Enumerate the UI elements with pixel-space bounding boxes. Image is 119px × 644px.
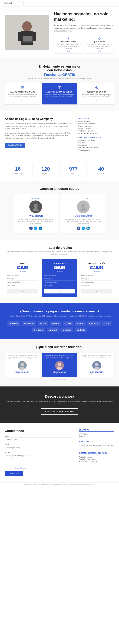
stat-casos: 977 CASOS <box>60 163 87 178</box>
list-item: Gran apoyo <box>7 284 38 287</box>
plan-learn[interactable]: Fuera aquí <box>7 270 38 272</box>
contact-section: Contáctenos Nombre Email Mensaje I agree… <box>0 423 119 482</box>
celia-avatar <box>55 361 64 370</box>
pricing-card-desarrollo: DESARROLLO $59,99 Fuera aquí Reformas es… <box>42 259 77 297</box>
list-item: Planificación conceptual <box>76 123 114 125</box>
list-item: Reformas estándar <box>7 274 38 277</box>
email-field-group: Email <box>5 444 73 450</box>
storage-icon: ▤ <box>7 85 38 90</box>
what-card-text: Quis aute iure dolor in reprehenderit in… <box>87 43 113 49</box>
hero-card-about: ★ SOBRE NOSOTROS Quis aute iure dolor in… <box>54 35 83 54</box>
contact-info-area: LLAMÁNOS (720) 387-811 (720) 387-811 UBI… <box>79 429 114 476</box>
paul-facebook[interactable]: f <box>29 226 33 230</box>
bob-name: BOB ROBERTS <box>81 371 112 373</box>
contact-form-area: Contáctenos Nombre Email Mensaje I agree… <box>5 429 73 476</box>
logo-sony: SONY <box>63 321 74 326</box>
feature-card-bandwidth: ◫ ANCHO DE BANDA NO MEDIDO ipsum dolor s… <box>42 83 77 104</box>
celia-name: CELIA ALMEDA <box>44 371 75 373</box>
logo-tesla: TESLA <box>50 321 61 326</box>
logo-unimed: unimed <box>47 328 59 332</box>
terms-checkbox[interactable] <box>5 467 7 469</box>
plan-button[interactable]: → <box>7 289 38 294</box>
team-section: Conozca a nuestro equipo Con texto PAUL … <box>0 180 119 240</box>
mike-text: Con texto. Haga clic para seleccionar el… <box>64 218 102 225</box>
plan-learn[interactable]: Fuera aquí <box>44 270 75 272</box>
logo-android: android <box>75 328 87 332</box>
name-input[interactable] <box>5 438 73 442</box>
plan-name: DESARROLLO <box>44 262 75 264</box>
list-item: Casas adosadas <box>76 149 114 151</box>
what-icon: ◎ <box>87 36 113 40</box>
features-cards: ▤ ALMACENAMIENTO ILIMITADO ipsum dolor s… <box>5 83 114 104</box>
download-description: Utilices las herramientas del editor par… <box>5 400 114 405</box>
paul-linkedin[interactable]: in <box>39 226 42 230</box>
about-mas[interactable]: MAS <box>56 50 82 52</box>
llamanos-phone1: (720) 387-811 <box>79 433 114 436</box>
domain-chevron[interactable]: ∨ <box>81 99 112 102</box>
terms-row: I agree the Terms of Service <box>5 467 73 469</box>
bandwidth-text: ipsum dolor sitamet consectetur adipisci… <box>44 94 75 98</box>
name-field-group: Nombre <box>5 435 73 442</box>
what-mas[interactable]: MAS <box>87 50 113 52</box>
logo-evga: EVGA <box>38 321 48 326</box>
contact-button[interactable]: CONTACTENOS <box>5 142 25 148</box>
what-card-title: QUE HACEMOS <box>87 41 113 42</box>
terms-link[interactable]: Terms of Service <box>15 467 25 469</box>
svg-rect-3 <box>18 32 23 41</box>
team-card-mike: Con texto MIKE RICHMOND Con texto. Haga … <box>61 194 106 233</box>
features-sample: Sample text. Click to select the text bo… <box>5 78 114 80</box>
svg-point-9 <box>33 208 39 211</box>
stats-section: 16 CLASIFICACIÓN 120 CLIENTELA 977 CASOS… <box>0 160 119 180</box>
search-icon: 🔍 <box>4 2 6 4</box>
svg-point-19 <box>95 362 99 366</box>
mike-twitter[interactable]: t <box>82 226 85 230</box>
storage-chevron[interactable]: ∨ <box>7 99 38 102</box>
feature-card-domain: ⊕ REGISTRO DE DOMINIO ipsum dolor sitame… <box>79 83 114 104</box>
payments-title: ¿Gran volumen de pagos o modelo comercia… <box>5 310 114 313</box>
bob-role: Director de técnica <box>81 373 112 375</box>
logos-grid: amazon BINANCE EVGA TESLA SONY crocs CRO… <box>5 321 114 332</box>
storage-text: ipsum dolor sitamet consectetur adipisci… <box>7 94 38 98</box>
list-item: Interacciones fluidas <box>44 280 75 284</box>
message-field-group: Mensaje <box>5 452 73 466</box>
submit-button[interactable]: ENTREGAR <box>5 471 23 476</box>
list-item: Vida para personas mayores <box>76 147 114 148</box>
plan-price: $119,99 <box>81 265 112 270</box>
hero-cards: ★ SOBRE NOSOTROS Quis aute iure dolor in… <box>54 35 114 54</box>
svg-point-10 <box>81 204 85 208</box>
search-input[interactable] <box>6 2 22 4</box>
mike-facebook[interactable]: f <box>77 226 80 230</box>
ubicacion-section: UBICACIÓN 12 Rock Street, 21 Avenue, New… <box>79 441 114 450</box>
email-label: Email <box>5 444 73 445</box>
list-item: Diseño / Arboreda <box>76 125 114 127</box>
list-item: Interacciones fluidas <box>7 280 38 284</box>
contact-title: Contáctenos <box>5 429 73 433</box>
stat-clientela: 120 CLIENTELA <box>32 163 59 178</box>
list-item: Residencia multifamiliar <box>76 140 114 141</box>
hero-card-what: ◎ QUE HACEMOS Quis aute iure dolor in re… <box>85 35 114 54</box>
testimonials-title: ¿Qué dicen nuestros usuarios? <box>5 345 114 349</box>
paul-avatar <box>29 200 42 213</box>
pricing-card-diseno: DISEÑO $19,99 Fuera aquí Reformas estánd… <box>5 259 40 297</box>
hamburger-icon[interactable]: ☰ <box>114 2 117 5</box>
plan-learn[interactable]: Fuera aquí <box>81 270 112 272</box>
logo-asos: asos <box>102 321 112 326</box>
email-input[interactable] <box>5 446 73 450</box>
plan-button[interactable]: → <box>44 289 75 294</box>
hero-content: Hacemos negocios, no solo marketing. Ya … <box>49 11 114 54</box>
search-bar[interactable]: 🔍 <box>2 1 24 5</box>
services-contact-title: NUESTROS MEJORES SERVICIOS <box>79 452 114 455</box>
about-text1: Nuestra misión es crear asociaciones exi… <box>5 122 71 130</box>
list-item: Traslados al aeropuerto <box>79 458 114 460</box>
services-contact-section: NUESTROS MEJORES SERVICIOS Traslados loc… <box>79 452 114 462</box>
download-button[interactable]: CREAR SITIO WEB GRATUITO <box>41 408 78 415</box>
mike-linkedin[interactable]: in <box>86 226 90 230</box>
about-card-title: SOBRE NOSOTROS <box>56 41 82 42</box>
paul-twitter[interactable]: t <box>34 226 37 230</box>
message-input[interactable] <box>5 454 73 465</box>
bandwidth-chevron[interactable]: ∨ <box>44 99 75 102</box>
services-list: Pre-construcción Planificación conceptua… <box>76 120 114 134</box>
plan-button[interactable]: → <box>81 289 112 294</box>
about-section: Acerca de Eagle Building Company Nuestra… <box>0 111 119 160</box>
logo-binance: BINANCE <box>21 321 36 326</box>
